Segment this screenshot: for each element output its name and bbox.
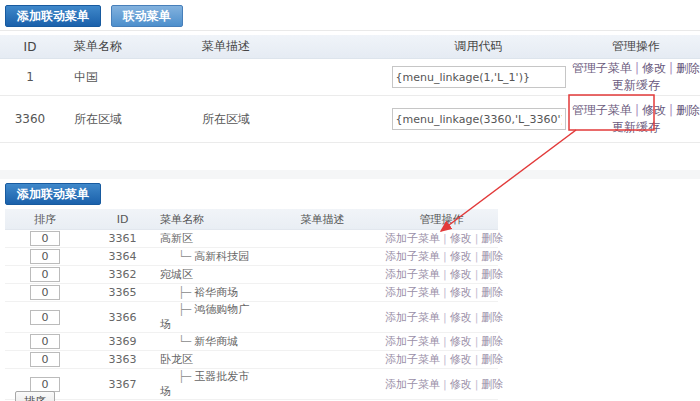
submenu-ops-cell: 添加子菜单|修改|删除 bbox=[385, 248, 498, 266]
add-submenu-link[interactable]: 添加子菜单 bbox=[385, 311, 440, 324]
edit-link[interactable]: 修改 bbox=[450, 232, 472, 245]
separator: | bbox=[443, 232, 447, 245]
sort-input[interactable] bbox=[30, 249, 60, 264]
submenu-table: 排序 ID 菜单名称 菜单描述 管理操作 3361高新区添加子菜单|修改|删除3… bbox=[5, 209, 498, 401]
edit-link[interactable]: 修改 bbox=[450, 250, 472, 263]
sort-input[interactable] bbox=[30, 310, 60, 325]
submenu-row: 3361高新区添加子菜单|修改|删除 bbox=[5, 230, 498, 248]
submenu-row: 3369└─新华商城添加子菜单|修改|删除 bbox=[5, 333, 498, 351]
submenu-row: 3363卧龙区添加子菜单|修改|删除 bbox=[5, 351, 498, 369]
add-linkage-menu-button[interactable]: 添加联动菜单 bbox=[5, 5, 101, 27]
manage-submenu-link[interactable]: 管理子菜单 bbox=[572, 61, 632, 75]
row-id: 1 bbox=[0, 59, 60, 96]
submenu-ops-cell: 添加子菜单|修改|删除 bbox=[385, 369, 498, 400]
submenu-name-cell: └─新华商城 bbox=[160, 333, 260, 351]
submenu-name: 高新区 bbox=[160, 232, 193, 245]
header-call-code: 调用代码 bbox=[385, 35, 572, 59]
separator: | bbox=[475, 268, 479, 281]
update-cache-link[interactable]: 更新缓存 bbox=[612, 78, 660, 92]
edit-link[interactable]: 修改 bbox=[450, 335, 472, 348]
submenu-name: 新华商城 bbox=[194, 335, 238, 348]
submenu-desc bbox=[260, 266, 385, 284]
submenu-name-cell: └─高新科技园 bbox=[160, 248, 260, 266]
delete-link[interactable]: 删除 bbox=[676, 103, 700, 117]
menu-name: 所在区域 bbox=[60, 96, 190, 143]
sort-input[interactable] bbox=[30, 285, 60, 300]
menu-name: 中国 bbox=[60, 59, 190, 96]
delete-link[interactable]: 删除 bbox=[481, 268, 503, 281]
submenu-desc bbox=[260, 284, 385, 302]
add-submenu-link[interactable]: 添加子菜单 bbox=[385, 335, 440, 348]
edit-link[interactable]: 修改 bbox=[450, 353, 472, 366]
delete-link[interactable]: 删除 bbox=[481, 250, 503, 263]
tree-branch-icon: ├─ bbox=[160, 303, 194, 316]
add-submenu-link[interactable]: 添加子菜单 bbox=[385, 268, 440, 281]
header-menu-name: 菜单名称 bbox=[60, 35, 190, 59]
submenu-name-cell: 高新区 bbox=[160, 230, 260, 248]
edit-link[interactable]: 修改 bbox=[450, 378, 472, 391]
edit-link[interactable]: 修改 bbox=[642, 61, 666, 75]
submenu-desc bbox=[260, 302, 385, 333]
add-submenu-link[interactable]: 添加子菜单 bbox=[385, 378, 440, 391]
delete-link[interactable]: 删除 bbox=[676, 61, 700, 75]
delete-link[interactable]: 删除 bbox=[481, 232, 503, 245]
submenu-desc bbox=[260, 369, 385, 400]
sort-cell bbox=[5, 351, 85, 369]
call-code-input[interactable] bbox=[392, 108, 566, 130]
linkage-menu-table: ID 菜单名称 菜单描述 调用代码 管理操作 1 中国 管理子菜单|修改|删除|… bbox=[0, 35, 700, 143]
edit-link[interactable]: 修改 bbox=[450, 286, 472, 299]
delete-link[interactable]: 删除 bbox=[481, 311, 503, 324]
add-submenu-link[interactable]: 添加子菜单 bbox=[385, 232, 440, 245]
submenu-name-cell: ├─玉器批发市场 bbox=[160, 369, 260, 400]
linkage-row: 1 中国 管理子菜单|修改|删除| 更新缓存 bbox=[0, 59, 700, 96]
sort-input[interactable] bbox=[30, 352, 60, 367]
delete-link[interactable]: 删除 bbox=[481, 335, 503, 348]
submenu-name-cell: 宛城区 bbox=[160, 266, 260, 284]
add-linkage-menu-button-2[interactable]: 添加联动菜单 bbox=[5, 183, 101, 205]
submenu-id: 3369 bbox=[85, 333, 160, 351]
separator: | bbox=[475, 378, 479, 391]
submenu-row: 3364└─高新科技园添加子菜单|修改|删除 bbox=[5, 248, 498, 266]
submenu-ops-cell: 添加子菜单|修改|删除 bbox=[385, 230, 498, 248]
add-submenu-link[interactable]: 添加子菜单 bbox=[385, 353, 440, 366]
submenu-id: 3367 bbox=[85, 369, 160, 400]
submenu-table-header: 排序 ID 菜单名称 菜单描述 管理操作 bbox=[5, 209, 498, 230]
tree-branch-icon: ├─ bbox=[160, 286, 194, 299]
submenu-row: 3362宛城区添加子菜单|修改|删除 bbox=[5, 266, 498, 284]
edit-link[interactable]: 修改 bbox=[642, 103, 666, 117]
sort-input[interactable] bbox=[30, 231, 60, 246]
separator: | bbox=[443, 286, 447, 299]
edit-link[interactable]: 修改 bbox=[450, 268, 472, 281]
submenu-desc bbox=[260, 230, 385, 248]
add-submenu-link[interactable]: 添加子菜单 bbox=[385, 286, 440, 299]
separator: | bbox=[443, 250, 447, 263]
linkage-table-header: ID 菜单名称 菜单描述 调用代码 管理操作 bbox=[0, 35, 700, 59]
delete-link[interactable]: 删除 bbox=[481, 286, 503, 299]
submenu-ops-cell: 添加子菜单|修改|删除 bbox=[385, 302, 498, 333]
submenu-desc bbox=[260, 333, 385, 351]
submenu-name-cell: 卧龙区 bbox=[160, 351, 260, 369]
submenu-ops-cell: 添加子菜单|修改|删除 bbox=[385, 333, 498, 351]
tree-branch-icon: └─ bbox=[160, 250, 194, 263]
sort-input[interactable] bbox=[30, 267, 60, 282]
call-code-input[interactable] bbox=[392, 66, 566, 88]
ops-cell: 管理子菜单|修改|删除| 更新缓存 bbox=[572, 59, 700, 96]
manage-submenu-link[interactable]: 管理子菜单 bbox=[572, 103, 632, 117]
linkage-menu-button[interactable]: 联动菜单 bbox=[111, 5, 183, 27]
delete-link[interactable]: 删除 bbox=[481, 378, 503, 391]
edit-link[interactable]: 修改 bbox=[450, 311, 472, 324]
sort-button[interactable]: 排序 bbox=[15, 391, 55, 401]
tree-branch-icon: ├─ bbox=[160, 370, 194, 383]
add-submenu-link[interactable]: 添加子菜单 bbox=[385, 250, 440, 263]
sort-input[interactable] bbox=[30, 377, 60, 392]
update-cache-link[interactable]: 更新缓存 bbox=[612, 120, 660, 134]
delete-link[interactable]: 删除 bbox=[481, 353, 503, 366]
divider bbox=[0, 30, 700, 31]
submenu-name: 宛城区 bbox=[160, 268, 193, 281]
sort-cell bbox=[5, 333, 85, 351]
submenu-id: 3364 bbox=[85, 248, 160, 266]
menu-desc bbox=[190, 59, 385, 96]
sort-input[interactable] bbox=[30, 334, 60, 349]
sort-cell bbox=[5, 266, 85, 284]
sort-cell bbox=[5, 302, 85, 333]
